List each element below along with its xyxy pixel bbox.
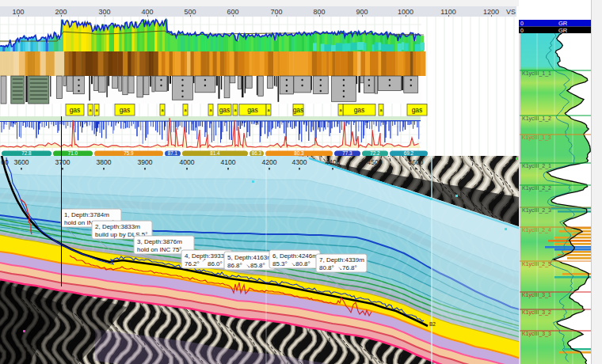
svg-text:K1ycIII_2_3: K1ycIII_2_3 (522, 207, 551, 214)
svg-text:7, Depth:4339m: 7, Depth:4339m (319, 256, 364, 264)
svg-text:B2: B2 (429, 321, 436, 327)
svg-text:800: 800 (313, 8, 325, 16)
svg-text:1200: 1200 (483, 8, 499, 16)
svg-text:GR: GR (558, 27, 568, 34)
svg-text:4600: 4600 (409, 158, 424, 166)
svg-text:4400: 4400 (326, 158, 341, 166)
svg-text:200: 200 (55, 8, 67, 16)
svg-text:69.2: 69.2 (404, 150, 414, 156)
svg-text:75.9: 75.9 (124, 150, 134, 156)
svg-text:71.0: 71.0 (68, 150, 78, 156)
svg-text:gas: gas (70, 106, 81, 114)
svg-text:1000: 1000 (398, 8, 413, 16)
svg-text:gas: gas (293, 106, 304, 114)
svg-text:3700: 3700 (55, 158, 70, 166)
svg-text:600: 600 (227, 8, 238, 16)
svg-text:300: 300 (98, 8, 110, 16)
svg-text:86.0°: 86.0° (208, 260, 223, 267)
svg-text:K1ycIII_3_2: K1ycIII_3_2 (522, 309, 551, 316)
svg-text:76.8°: 76.8° (342, 264, 357, 271)
svg-text:4, Depth:3933m: 4, Depth:3933m (185, 252, 230, 260)
svg-text:K1ycIII_1_2: K1ycIII_1_2 (522, 116, 551, 122)
svg-text:4200: 4200 (262, 158, 277, 166)
svg-text:500: 500 (184, 8, 196, 16)
svg-text:4100: 4100 (221, 158, 236, 166)
svg-text:3600: 3600 (14, 158, 29, 166)
svg-text:77.3: 77.3 (342, 150, 352, 156)
svg-text:gas: gas (219, 106, 231, 114)
svg-text:K1ycIII_2_1: K1ycIII_2_1 (522, 163, 551, 169)
svg-text:86.8°: 86.8° (227, 262, 242, 269)
svg-text:72.8: 72.8 (21, 150, 32, 156)
svg-text:1, Depth:3784m: 1, Depth:3784m (64, 211, 109, 218)
svg-text:K1ycIII_3_1: K1ycIII_3_1 (522, 292, 551, 298)
svg-text:3900: 3900 (138, 158, 153, 166)
svg-text:400: 400 (141, 8, 153, 16)
svg-text:00: 00 (1, 158, 9, 166)
svg-text:2, Depth:3833m: 2, Depth:3833m (95, 223, 140, 230)
svg-text:0: 0 (520, 28, 524, 33)
svg-text:4000: 4000 (180, 158, 195, 166)
svg-text:gas: gas (354, 106, 365, 114)
svg-text:K1ycIII_2_4: K1ycIII_2_4 (522, 227, 551, 233)
svg-text:4500: 4500 (368, 158, 383, 166)
svg-text:85.3°: 85.3° (272, 260, 288, 267)
svg-text:K1ycIII_2_2: K1ycIII_2_2 (522, 185, 551, 191)
svg-text:3800: 3800 (97, 158, 112, 166)
svg-text:4300: 4300 (292, 158, 307, 166)
svg-text:76.2°: 76.2° (185, 260, 200, 267)
svg-text:K1ycIII_1_3: K1ycIII_1_3 (522, 135, 551, 141)
svg-text:VS: VS (506, 8, 516, 16)
svg-text:1100: 1100 (440, 8, 455, 16)
svg-text:gas: gas (247, 106, 258, 114)
svg-text:0: 0 (520, 21, 524, 26)
svg-text:hold on INC 75°: hold on INC 75° (137, 246, 182, 253)
svg-text:3, Depth:3876m: 3, Depth:3876m (137, 238, 182, 245)
svg-text:K1ycIII_2_5: K1ycIII_2_5 (522, 261, 551, 267)
svg-text:85.8°: 85.8° (250, 262, 265, 269)
svg-text:K1ycIII_3_3: K1ycIII_3_3 (522, 331, 551, 337)
svg-text:5, Depth:4163m: 5, Depth:4163m (227, 254, 272, 261)
svg-text:gas: gas (120, 106, 131, 114)
svg-text:700: 700 (270, 8, 282, 16)
svg-text:80.8°: 80.8° (295, 260, 311, 267)
svg-text:900: 900 (356, 8, 368, 16)
svg-text:87.1: 87.1 (168, 150, 178, 156)
svg-text:gas: gas (412, 106, 423, 114)
svg-text:6, Depth:4246m: 6, Depth:4246m (272, 252, 318, 260)
svg-text:86.3: 86.3 (252, 150, 262, 156)
svg-text:81.4: 81.4 (210, 150, 220, 156)
svg-text:80.3: 80.3 (294, 150, 304, 156)
svg-text:100: 100 (12, 8, 24, 16)
svg-text:80.8°: 80.8° (319, 264, 334, 271)
svg-text:K1ycIII_1_1: K1ycIII_1_1 (522, 70, 551, 77)
svg-text:72.2: 72.2 (370, 150, 380, 156)
